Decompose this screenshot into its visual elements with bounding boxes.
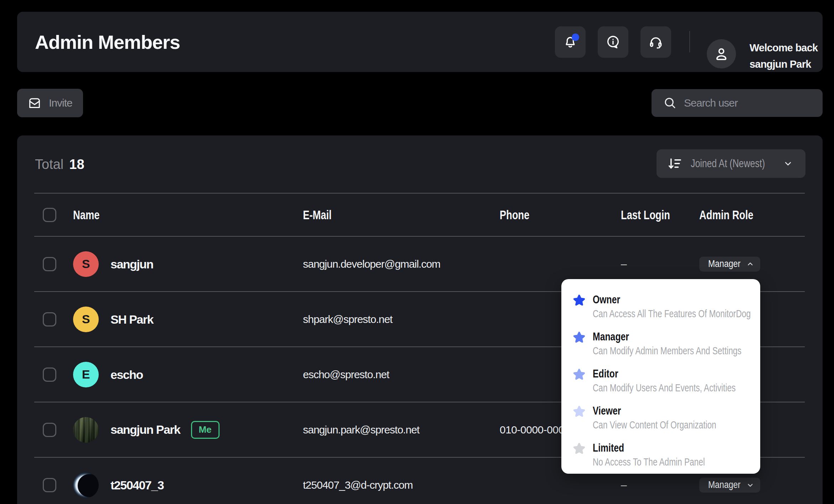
select-all-checkbox[interactable]: [43, 208, 56, 222]
member-email: sangjun.developer@gmail.com: [303, 258, 440, 270]
role-option[interactable]: Manager Can Modify Admin Members And Set…: [561, 322, 760, 359]
member-email: t250407_3@d-crypt.com: [303, 479, 413, 491]
welcome-line2: sangjun Park: [750, 56, 818, 72]
role-option-desc: Can View Content Of Organization: [593, 419, 716, 431]
avatar: [73, 417, 99, 443]
role-option-desc: No Access To The Admin Panel: [593, 456, 705, 468]
total-label: Total: [35, 157, 63, 172]
search-input[interactable]: [684, 97, 805, 109]
search-box: [652, 89, 823, 117]
col-name: Name: [73, 208, 99, 222]
invite-button[interactable]: Invite: [17, 89, 83, 117]
me-badge: Me: [191, 421, 220, 439]
row-checkbox[interactable]: [43, 423, 56, 437]
role-option[interactable]: Viewer Can View Content Of Organization: [561, 396, 760, 433]
star-icon: [573, 331, 585, 344]
page-title: Admin Members: [35, 31, 180, 53]
sort-button[interactable]: Joined At (Newest): [657, 149, 805, 178]
row-checkbox[interactable]: [43, 312, 56, 326]
person-icon: [713, 46, 730, 62]
admin-members-page: Admin Members: [0, 0, 834, 504]
chevron-down-icon: [746, 481, 754, 489]
welcome-line1: Welcome back: [750, 40, 818, 56]
col-last-login: Last Login: [621, 208, 670, 222]
notifications-button[interactable]: [555, 26, 586, 58]
member-last-login: –: [621, 258, 627, 270]
role-option-desc: Can Modify Admin Members And Settings: [593, 345, 741, 357]
member-name: escho: [110, 367, 143, 381]
col-phone: Phone: [500, 208, 529, 222]
header-bar: Admin Members: [17, 12, 823, 72]
role-option[interactable]: Limited No Access To The Admin Panel: [561, 433, 760, 470]
star-icon: [573, 294, 585, 307]
col-email: E-Mail: [303, 208, 331, 222]
col-admin-role: Admin Role: [699, 208, 753, 222]
info-bubble-icon: [606, 35, 621, 50]
member-name: SH Park: [110, 312, 153, 326]
table-header-row: Name E-Mail Phone Last Login Admin Role: [34, 193, 805, 237]
mail-icon: [27, 96, 42, 110]
sort-icon: [666, 156, 682, 171]
row-checkbox[interactable]: [43, 367, 56, 382]
header-divider: [689, 31, 690, 52]
profile-avatar[interactable]: [707, 39, 736, 68]
info-button[interactable]: [598, 26, 628, 58]
member-email: shpark@spresto.net: [303, 313, 392, 325]
total-row: Total 18: [35, 157, 84, 172]
role-option-desc: Can Access All The Features Of MonitorDo…: [593, 308, 751, 320]
member-name: t250407_3: [110, 478, 164, 492]
member-email: sangjun.park@spresto.net: [303, 424, 419, 436]
role-label: Manager: [708, 258, 741, 269]
row-checkbox[interactable]: [43, 257, 56, 271]
star-icon: [573, 406, 585, 418]
chevron-up-icon: [746, 260, 754, 268]
star-icon: [573, 369, 585, 381]
star-icon: [573, 443, 585, 455]
role-dropdown-menu: Owner Can Access All The Features Of Mon…: [561, 279, 760, 474]
member-name: sangjun Park: [110, 423, 180, 437]
role-option[interactable]: Editor Can Modify Users And Events, Acti…: [561, 359, 760, 396]
role-option-title: Owner: [593, 293, 755, 306]
avatar: S: [73, 307, 99, 332]
role-dropdown-button[interactable]: Manager: [699, 478, 760, 493]
role-option-title: Viewer: [593, 405, 720, 417]
row-checkbox[interactable]: [43, 478, 56, 492]
member-email: escho@spresto.net: [303, 369, 389, 381]
headset-icon: [648, 35, 663, 50]
role-option-title: Editor: [593, 367, 739, 380]
member-name: sangjun: [110, 257, 153, 271]
sort-label: Joined At (Newest): [691, 157, 765, 170]
role-label: Manager: [708, 479, 741, 490]
avatar: E: [73, 362, 99, 387]
role-option-title: Limited: [593, 442, 708, 454]
welcome-text: Welcome back sangjun Park: [750, 40, 818, 72]
avatar: S: [73, 251, 99, 277]
role-dropdown-button[interactable]: Manager: [699, 257, 760, 272]
role-option[interactable]: Owner Can Access All The Features Of Mon…: [561, 285, 760, 322]
avatar: [73, 472, 99, 498]
notification-dot: [572, 34, 579, 41]
total-count: 18: [69, 157, 84, 172]
role-option-title: Manager: [593, 330, 745, 343]
member-last-login: –: [621, 479, 627, 491]
invite-label: Invite: [49, 97, 72, 109]
search-icon: [663, 96, 677, 110]
role-option-desc: Can Modify Users And Events, Activities: [593, 382, 736, 394]
support-button[interactable]: [640, 26, 671, 58]
member-phone: 010-0000-0000: [500, 424, 570, 436]
chevron-down-icon: [783, 158, 793, 169]
